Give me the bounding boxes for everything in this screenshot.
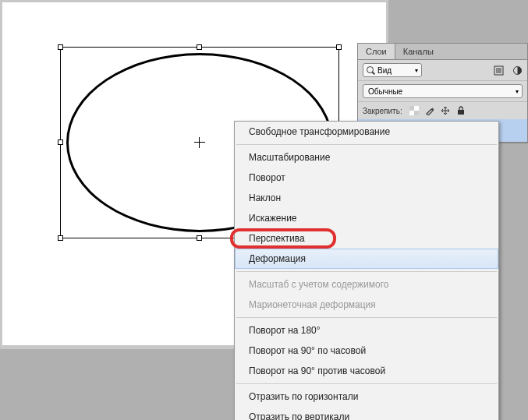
handle-bottom-middle[interactable] xyxy=(197,235,202,241)
menu-rotate[interactable]: Поворот xyxy=(235,168,498,188)
handle-bottom-left[interactable] xyxy=(58,235,63,241)
filter-pixel-icon[interactable] xyxy=(493,65,504,76)
handle-middle-left[interactable] xyxy=(58,139,63,145)
menu-separator xyxy=(236,271,497,272)
lock-pixels-icon[interactable] xyxy=(424,105,435,116)
handle-top-left[interactable] xyxy=(58,44,63,50)
menu-skew[interactable]: Наклон xyxy=(235,188,498,208)
menu-flip-horizontal[interactable]: Отразить по горизонтали xyxy=(235,386,498,407)
blend-mode-label: Обычные xyxy=(368,87,402,96)
lock-label: Закрепить: xyxy=(363,107,402,115)
menu-puppet-warp: Марионеточная деформация xyxy=(235,295,498,315)
svg-rect-6 xyxy=(409,111,414,115)
kind-dropdown[interactable]: Вид xyxy=(363,63,422,77)
tab-channels[interactable]: Каналы xyxy=(395,44,441,59)
lock-position-icon[interactable] xyxy=(440,105,451,116)
menu-scale[interactable]: Масштабирование xyxy=(235,147,498,168)
transform-center[interactable] xyxy=(194,137,205,148)
handle-top-right[interactable] xyxy=(336,44,342,50)
menu-free-transform[interactable]: Свободное трансформирование xyxy=(235,122,498,142)
menu-perspective[interactable]: Перспектива xyxy=(235,228,498,249)
search-icon xyxy=(367,66,374,74)
menu-rotate-90-ccw[interactable]: Поворот на 90° против часовой xyxy=(235,361,498,381)
tab-layers[interactable]: Слои xyxy=(358,44,395,59)
svg-rect-5 xyxy=(414,106,419,111)
lock-all-icon[interactable] xyxy=(455,105,466,116)
menu-separator xyxy=(236,144,497,145)
lock-transparency-icon[interactable] xyxy=(409,105,420,116)
menu-flip-vertical[interactable]: Отразить по вертикали xyxy=(235,407,498,420)
menu-rotate-90-cw[interactable]: Поворот на 90° по часовой xyxy=(235,341,498,361)
handle-top-middle[interactable] xyxy=(197,44,202,50)
transform-context-menu: Свободное трансформирование Масштабирова… xyxy=(234,121,499,420)
menu-distort[interactable]: Искажение xyxy=(235,208,498,228)
svg-rect-4 xyxy=(414,111,419,115)
menu-content-aware-scale: Масштаб с учетом содержимого xyxy=(235,274,498,295)
menu-warp[interactable]: Деформация xyxy=(235,249,498,269)
menu-separator xyxy=(236,317,497,318)
menu-separator xyxy=(236,383,497,384)
kind-label: Вид xyxy=(377,66,392,75)
blend-mode-dropdown[interactable]: Обычные xyxy=(363,84,523,98)
svg-rect-7 xyxy=(458,110,464,115)
panel-tabs: Слои Каналы xyxy=(358,44,527,60)
menu-rotate-180[interactable]: Поворот на 180° xyxy=(235,320,498,341)
svg-rect-1 xyxy=(496,68,501,73)
svg-rect-3 xyxy=(409,106,414,111)
filter-adjust-icon[interactable] xyxy=(512,65,523,76)
